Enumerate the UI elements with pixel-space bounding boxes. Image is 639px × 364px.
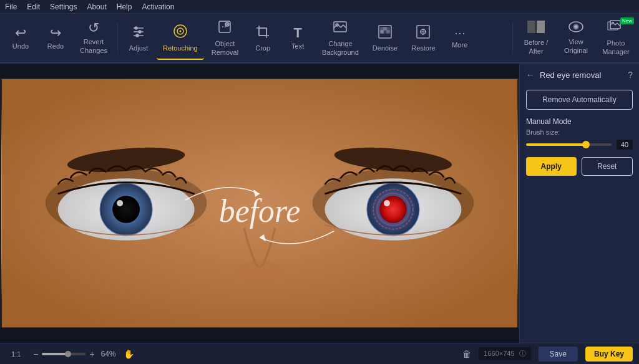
zoom-area: − + 64% [33, 349, 115, 359]
undo-icon: ↩ [15, 26, 26, 40]
more-label: More [452, 41, 467, 49]
menu-edit[interactable]: Edit [27, 2, 40, 11]
toolbar-divider-1 [117, 22, 118, 54]
more-button[interactable]: ⋯ More [443, 16, 477, 60]
denoise-icon [378, 24, 393, 42]
back-button[interactable]: ← [526, 70, 535, 80]
menu-settings[interactable]: Settings [50, 2, 77, 11]
redo-button[interactable]: ↪ Redo [39, 16, 72, 60]
action-row: Apply Reset [526, 157, 633, 176]
retouching-label: Retouching [163, 44, 198, 52]
panel-title: Red eye removal [540, 70, 623, 80]
menubar: File Edit Settings About Help Activation [0, 0, 639, 14]
svg-point-1 [135, 27, 137, 29]
brush-size-value: 40 [617, 140, 633, 150]
fit-zoom-button[interactable]: 1:1 [6, 348, 26, 360]
svg-rect-26 [384, 31, 386, 33]
right-panel: ← Red eye removal ? Remove Automatically… [519, 64, 639, 343]
adjust-label: Adjust [129, 44, 149, 52]
image-dimensions: 1660×745 ⓘ [479, 347, 530, 360]
remove-automatically-button[interactable]: Remove Automatically [526, 90, 633, 110]
crop-button[interactable]: Crop [246, 16, 280, 60]
object-removal-button[interactable]: ObjectRemoval [205, 16, 245, 60]
before-after-label: Before /After [524, 38, 549, 56]
menu-about[interactable]: About [87, 2, 106, 11]
save-button[interactable]: Save [539, 347, 578, 362]
apply-button[interactable]: Apply [526, 157, 577, 176]
photo-background: before [1, 79, 519, 328]
svg-point-5 [136, 34, 139, 37]
canvas-area[interactable]: before [0, 64, 519, 343]
undo-button[interactable]: ↩ Undo [4, 16, 37, 60]
zoom-out-icon[interactable]: − [33, 349, 38, 359]
adjust-button[interactable]: Adjust [122, 16, 155, 60]
manual-mode-section: Manual Mode Brush size: 40 [526, 117, 633, 150]
svg-rect-30 [527, 21, 535, 33]
svg-rect-31 [537, 21, 545, 33]
svg-rect-22 [381, 27, 383, 30]
svg-point-34 [575, 26, 577, 28]
zoom-in-icon[interactable]: + [89, 349, 94, 359]
view-original-icon [568, 21, 583, 35]
object-removal-icon [217, 19, 232, 37]
menu-help[interactable]: Help [117, 2, 132, 11]
photo-container: before [1, 79, 519, 328]
restore-icon [416, 24, 431, 42]
photo-manager-label: PhotoManager [602, 39, 629, 57]
object-removal-label: ObjectRemoval [212, 39, 238, 57]
crop-label: Crop [255, 44, 270, 52]
toolbar-divider-2 [512, 22, 513, 54]
retouching-button[interactable]: Retouching [157, 16, 204, 60]
svg-point-54 [384, 200, 390, 206]
revert-label: RevertChanges [80, 37, 107, 55]
adjust-icon [131, 24, 146, 42]
buy-key-button[interactable]: Buy Key [585, 347, 633, 362]
before-after-icon [527, 21, 545, 36]
undo-label: Undo [12, 42, 29, 50]
svg-point-52 [379, 196, 407, 223]
before-after-button[interactable]: Before /After [517, 16, 555, 60]
brush-slider-row: 40 [526, 140, 633, 150]
svg-rect-25 [381, 31, 383, 33]
brush-size-label: Brush size: [526, 128, 633, 136]
panel-header: ← Red eye removal ? [526, 70, 633, 80]
text-button[interactable]: T Text [281, 16, 315, 60]
svg-point-55 [235, 261, 285, 283]
menu-file[interactable]: File [5, 2, 17, 11]
info-icon: ⓘ [519, 350, 526, 357]
dimensions-text: 1660×745 [484, 350, 514, 357]
help-button[interactable]: ? [628, 70, 633, 80]
photo-manager-button[interactable]: New PhotoManager [597, 16, 635, 60]
denoise-button[interactable]: Denoise [366, 16, 404, 60]
change-bg-button[interactable]: ChangeBackground [316, 16, 365, 60]
zoom-slider[interactable] [42, 353, 85, 355]
revert-button[interactable]: ↺ RevertChanges [74, 16, 114, 60]
view-original-label: ViewOriginal [564, 37, 588, 55]
toolbar: ↩ Undo ↪ Redo ↺ RevertChanges Adjust Ret… [0, 14, 639, 64]
zoom-percent: 64% [101, 350, 116, 358]
svg-point-8 [179, 31, 181, 32]
delete-icon[interactable]: 🗑 [462, 349, 471, 359]
main-area: before ← Red eye removal ? Remove [0, 64, 639, 343]
change-bg-label: ChangeBackground [322, 39, 359, 57]
text-label: Text [291, 42, 304, 50]
svg-rect-24 [387, 27, 389, 30]
restore-label: Restore [411, 44, 436, 52]
menu-activation[interactable]: Activation [142, 2, 174, 11]
crop-icon [255, 24, 270, 42]
more-icon: ⋯ [454, 27, 466, 39]
svg-rect-27 [387, 31, 389, 33]
reset-button[interactable]: Reset [582, 157, 633, 176]
view-original-button[interactable]: ViewOriginal [557, 16, 595, 60]
brush-size-slider[interactable] [526, 143, 612, 146]
statusbar: 1:1 − + 64% ✋ 🗑 1660×745 ⓘ Save Buy Key [0, 343, 639, 364]
new-badge: New [620, 17, 634, 24]
text-icon: T [293, 26, 301, 40]
svg-text:before: before [219, 193, 300, 229]
manual-mode-label: Manual Mode [526, 117, 633, 126]
hand-tool-icon[interactable]: ✋ [124, 349, 134, 359]
restore-button[interactable]: Restore [405, 16, 442, 60]
redo-label: Redo [47, 42, 64, 50]
svg-point-3 [139, 31, 141, 33]
svg-rect-16 [259, 28, 266, 36]
